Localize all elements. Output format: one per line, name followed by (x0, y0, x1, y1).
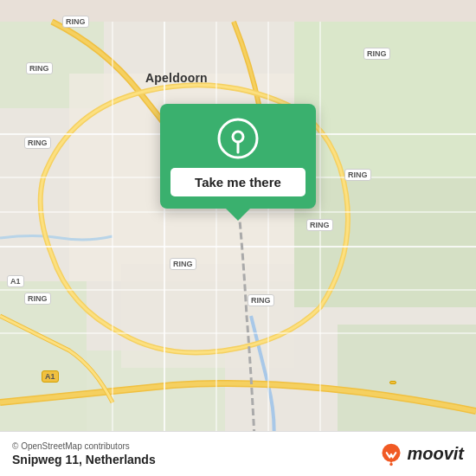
moovit-logo: moovit (379, 442, 464, 466)
location-pin-icon (217, 118, 259, 159)
moovit-text: moovit (407, 444, 464, 464)
svg-point-22 (383, 443, 401, 461)
city-label: Apeldoorn (145, 71, 208, 85)
take-me-there-button[interactable]: Take me there (170, 168, 306, 196)
road-label-304: A1 (7, 275, 24, 287)
svg-rect-1 (294, 22, 476, 177)
bottom-left-info: © OpenStreetMap contributors Snipweg 11,… (12, 441, 156, 466)
map-container: Apeldoorn RING RING RING RING RING RING … (0, 0, 476, 476)
svg-point-21 (233, 132, 243, 142)
location-name: Snipweg 11, Netherlands (12, 453, 156, 466)
road-label-ring-6: RING (170, 258, 196, 270)
map-background (0, 0, 476, 476)
road-label-ring-8: RING (248, 294, 274, 306)
road-label-ring-7: RING (24, 293, 51, 305)
svg-rect-4 (0, 281, 87, 454)
road-label-ring-3: RING (24, 137, 51, 149)
road-label-a1-2 (389, 381, 396, 384)
road-label-ring-1: RING (26, 62, 53, 74)
moovit-icon (379, 442, 403, 466)
bottom-bar: © OpenStreetMap contributors Snipweg 11,… (0, 431, 476, 476)
road-label-ring-5: RING (306, 219, 333, 231)
svg-point-23 (390, 462, 394, 466)
road-label-a1-1: A1 (42, 370, 59, 383)
popup-card: Take me there (160, 104, 316, 209)
road-label-ring-4: RING (344, 169, 371, 181)
svg-rect-2 (294, 177, 476, 307)
osm-credit: © OpenStreetMap contributors (12, 441, 156, 451)
road-label-ring-2: RING (363, 48, 390, 60)
road-label-n344: RING (62, 16, 89, 28)
